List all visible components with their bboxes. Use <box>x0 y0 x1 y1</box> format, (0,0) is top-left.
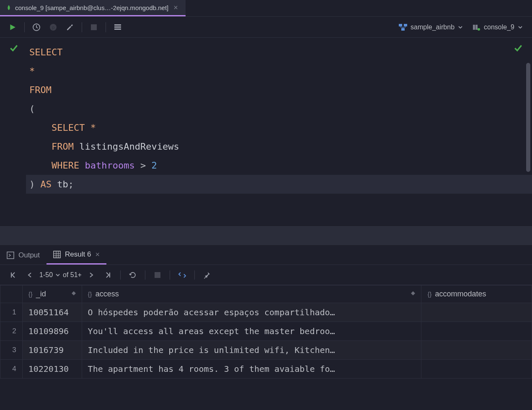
cell-id[interactable]: 10109896 <box>22 322 82 341</box>
object-icon: {} <box>28 291 33 298</box>
history-button[interactable] <box>29 20 44 35</box>
separator <box>24 22 25 32</box>
first-page-button[interactable] <box>6 268 20 282</box>
svg-rect-8 <box>404 24 407 26</box>
table-row[interactable]: 410220130The apartment has 4 rooms. 3 of… <box>0 360 532 379</box>
editor-content[interactable]: SELECT * FROM ( SELECT * FROM listingsAn… <box>29 38 532 226</box>
stop-button[interactable] <box>150 268 165 282</box>
separator <box>120 270 121 280</box>
table-row[interactable]: 110051164O hóspedes poderão acessar espa… <box>0 303 532 322</box>
pin-button[interactable] <box>200 268 214 282</box>
svg-rect-5 <box>114 26 121 28</box>
svg-rect-3 <box>91 24 97 30</box>
separator <box>170 270 170 280</box>
page-range: 1-50 <box>39 271 53 279</box>
explain-plan-button[interactable]: p <box>46 20 61 35</box>
separator <box>82 22 82 32</box>
output-tab-label: Output <box>18 251 40 259</box>
cell-id[interactable]: 10051164 <box>22 303 82 322</box>
cell-access[interactable]: The apartment has 4 rooms. 3 of them ava… <box>82 360 421 379</box>
cell-accommodates[interactable] <box>421 360 532 379</box>
svg-rect-10 <box>473 25 475 30</box>
output-icon <box>7 252 14 259</box>
column-header-access[interactable]: {}access ◆ <box>82 285 421 303</box>
settings-button[interactable] <box>62 20 77 35</box>
column-label: _id <box>36 290 46 298</box>
schema-icon <box>399 24 407 31</box>
column-header-accommodates[interactable]: {}accommodates <box>421 285 532 303</box>
svg-rect-4 <box>114 24 121 26</box>
column-header-id[interactable]: {}_id ◆ <box>22 285 82 303</box>
next-page-button[interactable] <box>84 268 98 282</box>
sort-icon[interactable]: ◆ <box>72 290 76 296</box>
close-icon[interactable]: × <box>95 250 100 259</box>
row-number: 1 <box>0 303 23 322</box>
table-row[interactable]: 31016739Included in the price is unlimit… <box>0 341 532 360</box>
separator <box>194 270 195 280</box>
chevron-down-icon <box>518 25 523 30</box>
separator <box>106 22 106 32</box>
last-page-button[interactable] <box>101 268 115 282</box>
editor-gutter <box>0 38 29 226</box>
cell-access[interactable]: You'll access all areas except the maste… <box>82 322 421 341</box>
schema-name: sample_airbnb <box>411 23 455 31</box>
scrollbar[interactable] <box>526 63 530 172</box>
svg-rect-15 <box>155 272 160 278</box>
row-number-header <box>0 285 23 303</box>
chevron-down-icon <box>458 25 463 30</box>
reload-button[interactable] <box>126 268 140 282</box>
row-number: 4 <box>0 360 23 379</box>
svg-text:p: p <box>52 25 54 30</box>
svg-rect-9 <box>401 28 405 31</box>
editor-toolbar: p sample_airbnb console_9 <box>0 17 532 38</box>
chevron-down-icon <box>55 272 60 278</box>
object-icon: {} <box>88 291 92 298</box>
svg-point-12 <box>478 28 480 31</box>
cell-access[interactable]: Included in the price is unlimited wifi,… <box>82 341 421 360</box>
console-selector[interactable]: console_9 <box>469 20 527 35</box>
close-icon[interactable]: × <box>172 3 180 12</box>
schema-selector[interactable]: sample_airbnb <box>395 20 467 35</box>
sort-icon[interactable]: ◆ <box>411 290 415 296</box>
result-tab[interactable]: Result 6 × <box>46 246 106 265</box>
editor-tab-active[interactable]: console_9 [sampe_airbnb@clus…-2ejqn.mong… <box>0 0 186 16</box>
result-tab-bar: Output Result 6 × <box>0 246 532 265</box>
stop-button[interactable] <box>86 20 101 35</box>
prev-page-button[interactable] <box>23 268 37 282</box>
object-icon: {} <box>427 291 431 298</box>
page-range-selector[interactable]: 1-50 <box>39 271 60 279</box>
code-editor[interactable]: SELECT * FROM ( SELECT * FROM listingsAn… <box>0 38 532 226</box>
table-row[interactable]: 210109896You'll access all areas except … <box>0 322 532 341</box>
compare-button[interactable] <box>175 268 189 282</box>
svg-rect-11 <box>475 25 478 30</box>
output-tab[interactable]: Output <box>0 246 46 265</box>
cell-accommodates[interactable] <box>421 303 532 322</box>
check-icon <box>514 44 523 53</box>
grid-icon <box>53 251 61 258</box>
view-mode-button[interactable] <box>110 20 125 35</box>
page-total: of 51+ <box>63 271 82 279</box>
result-table: {}_id ◆ {}access ◆ {}accommodates 110051… <box>0 285 532 379</box>
cell-accommodates[interactable] <box>421 322 532 341</box>
cell-id[interactable]: 10220130 <box>22 360 82 379</box>
row-number: 2 <box>0 322 23 341</box>
svg-rect-6 <box>114 29 121 30</box>
mongodb-leaf-icon <box>6 5 12 10</box>
svg-rect-14 <box>54 251 60 258</box>
row-number: 3 <box>0 341 23 360</box>
column-label: accommodates <box>435 290 486 298</box>
svg-rect-7 <box>399 24 402 26</box>
run-button[interactable] <box>5 20 20 35</box>
console-icon <box>473 24 480 31</box>
cell-id[interactable]: 1016739 <box>22 341 82 360</box>
pane-splitter[interactable] <box>0 226 532 246</box>
cell-accommodates[interactable] <box>421 341 532 360</box>
result-toolbar: 1-50 of 51+ <box>0 265 532 285</box>
check-icon <box>9 44 18 53</box>
cell-access[interactable]: O hóspedes poderão acessar espaços compa… <box>82 303 421 322</box>
tab-title: console_9 [sampe_airbnb@clus…-2ejqn.mong… <box>15 4 168 11</box>
editor-tab-bar: console_9 [sampe_airbnb@clus…-2ejqn.mong… <box>0 0 532 17</box>
console-name: console_9 <box>484 23 514 31</box>
column-label: access <box>96 290 119 298</box>
result-tab-label: Result 6 <box>65 250 91 259</box>
